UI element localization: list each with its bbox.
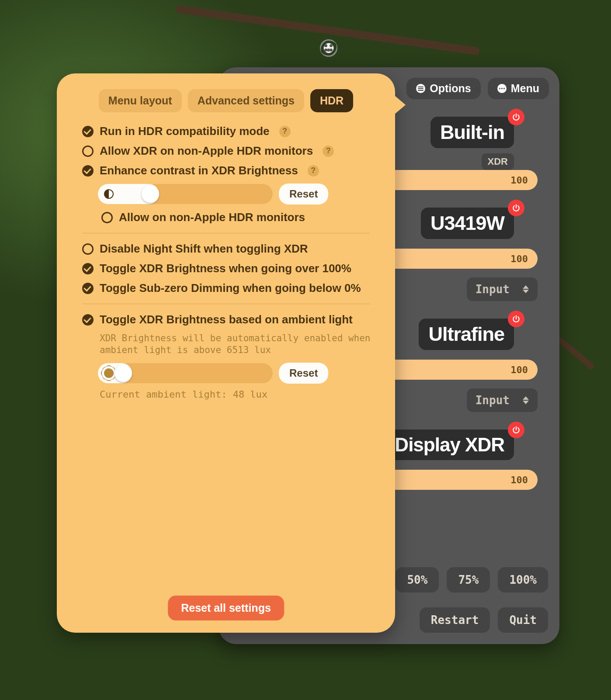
checkbox-allow-xdr-nonapple[interactable] bbox=[82, 146, 94, 157]
power-icon bbox=[512, 315, 521, 323]
contrast-slider[interactable] bbox=[98, 184, 273, 204]
power-icon bbox=[512, 426, 521, 434]
sun-icon bbox=[104, 368, 114, 378]
label-allow-xdr-nonapple: Allow XDR on non-Apple HDR monitors bbox=[100, 144, 313, 158]
help-icon[interactable]: ? bbox=[323, 146, 334, 157]
input-select-1[interactable]: Input bbox=[467, 277, 538, 301]
brightness-value-0: 100 bbox=[510, 175, 528, 186]
current-lux-readout: Current ambient light: 48 lux bbox=[100, 389, 380, 400]
menu-button[interactable]: Menu bbox=[488, 78, 549, 99]
reset-contrast-button[interactable]: Reset bbox=[279, 184, 328, 204]
chevron-updown-icon bbox=[523, 285, 529, 293]
label-enhance-contrast: Enhance contrast in XDR Brightness bbox=[100, 164, 298, 177]
app-menubar-icon[interactable] bbox=[320, 39, 337, 57]
input-label-1: Input bbox=[476, 283, 510, 296]
reset-ambient-button[interactable]: Reset bbox=[279, 363, 328, 384]
checkbox-enhance-contrast[interactable] bbox=[82, 165, 94, 177]
ambient-threshold-slider[interactable] bbox=[98, 363, 273, 383]
dots-icon bbox=[497, 84, 507, 93]
label-toggle-ambient: Toggle XDR Brightness based on ambient l… bbox=[100, 313, 353, 326]
brightness-value-3: 100 bbox=[510, 475, 528, 485]
tab-menu-layout[interactable]: Menu layout bbox=[99, 89, 182, 112]
chevron-updown-icon bbox=[523, 396, 529, 404]
divider bbox=[82, 233, 370, 233]
checkbox-toggle-ambient[interactable] bbox=[82, 314, 94, 326]
power-button-0[interactable] bbox=[508, 109, 524, 125]
label-allow-nonapple: Allow on non-Apple HDR monitors bbox=[119, 211, 305, 224]
help-icon[interactable]: ? bbox=[308, 165, 319, 177]
power-icon bbox=[512, 113, 521, 121]
reset-all-settings-button[interactable]: Reset all settings bbox=[168, 596, 284, 620]
xdr-badge[interactable]: XDR bbox=[482, 153, 514, 170]
help-icon[interactable]: ? bbox=[279, 126, 291, 137]
tab-advanced-settings[interactable]: Advanced settings bbox=[188, 89, 304, 112]
menu-label: Menu bbox=[511, 82, 539, 95]
input-select-2[interactable]: Input bbox=[467, 388, 538, 412]
settings-popover: Menu layout Advanced settings HDR Run in… bbox=[57, 73, 395, 633]
display-name-0: Built-in bbox=[430, 117, 514, 148]
power-icon bbox=[512, 204, 521, 212]
options-label: Options bbox=[430, 82, 471, 95]
display-name-2: Ultrafine bbox=[419, 319, 514, 350]
label-toggle-below-0: Toggle Sub-zero Dimming when going below… bbox=[100, 281, 361, 295]
tab-hdr[interactable]: HDR bbox=[310, 89, 353, 112]
quit-button[interactable]: Quit bbox=[498, 607, 548, 633]
options-button[interactable]: Options bbox=[406, 78, 480, 99]
power-button-1[interactable] bbox=[508, 200, 524, 216]
preset-75[interactable]: 75% bbox=[447, 567, 490, 593]
label-toggle-over-100: Toggle XDR Brightness when going over 10… bbox=[100, 262, 351, 275]
checkbox-hdr-compat[interactable] bbox=[82, 126, 94, 137]
label-disable-night-shift: Disable Night Shift when toggling XDR bbox=[100, 242, 308, 256]
checkbox-toggle-over-100[interactable] bbox=[82, 263, 94, 274]
ambient-description: XDR Brightness will be automatically ena… bbox=[100, 333, 380, 357]
brightness-value-2: 100 bbox=[510, 364, 528, 375]
preset-50[interactable]: 50% bbox=[396, 567, 439, 593]
restart-button[interactable]: Restart bbox=[420, 607, 490, 633]
preset-100[interactable]: 100% bbox=[498, 567, 548, 593]
checkbox-disable-night-shift[interactable] bbox=[82, 243, 94, 255]
brightness-value-1: 100 bbox=[510, 253, 528, 264]
input-label-2: Input bbox=[476, 394, 510, 407]
power-button-3[interactable] bbox=[508, 422, 524, 438]
list-icon bbox=[416, 84, 425, 93]
divider bbox=[82, 304, 370, 304]
contrast-icon bbox=[104, 189, 114, 199]
checkbox-allow-nonapple[interactable] bbox=[101, 212, 113, 223]
checkbox-toggle-below-0[interactable] bbox=[82, 283, 94, 294]
label-hdr-compat: Run in HDR compatibility mode bbox=[100, 125, 270, 138]
power-button-2[interactable] bbox=[508, 311, 524, 327]
display-name-1: U3419W bbox=[421, 208, 514, 239]
